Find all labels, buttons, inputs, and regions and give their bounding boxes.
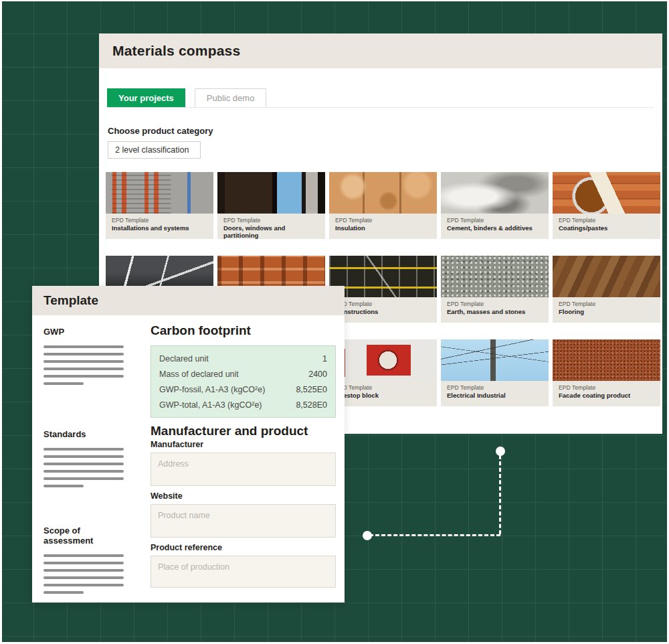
electrical-photo: [441, 339, 549, 381]
installations-photo: [106, 172, 213, 214]
row-value: 2400: [308, 370, 327, 379]
gwp-heading: GWP: [43, 327, 130, 337]
card-earth-masses-stones[interactable]: EPD Template Earth, masses and stones: [441, 256, 549, 323]
product-reference-input[interactable]: [151, 556, 336, 588]
facade-photo: [553, 339, 660, 381]
card-facade-coating-product[interactable]: EPD Template Facade coating product: [553, 339, 660, 406]
window-header: Materials compass: [99, 33, 662, 68]
page-background: Materials compass Your projects Public d…: [0, 0, 669, 644]
scaffolding-photo: [329, 256, 437, 297]
row-label: GWP-fossil, A1-A3 (kgCO²e): [159, 385, 265, 394]
table-row: GWP-fossil, A1-A3 (kgCO²e) 8,525E0: [151, 382, 335, 397]
connector-line-vertical: [499, 455, 501, 534]
product-reference-field-label: Product reference: [151, 543, 222, 552]
tab-your-projects[interactable]: Your projects: [107, 88, 185, 107]
carbon-footprint-table: Declared unit 1 Mass of declared unit 24…: [151, 345, 336, 418]
tab-public-demo[interactable]: Public demo: [195, 88, 267, 107]
coatings-photo: [553, 172, 660, 214]
tab-bar: Your projects Public demo: [107, 88, 266, 107]
placeholder-line: [43, 463, 124, 465]
placeholder-line: [43, 591, 84, 594]
card-firestop-block[interactable]: EPD Template Firestop block: [329, 339, 437, 406]
row-label: Mass of declared unit: [159, 370, 239, 379]
placeholder-line: [43, 375, 124, 378]
placeholder-line: [43, 455, 124, 458]
epd-template-label: EPD Template: [335, 301, 431, 307]
row-value: 1: [322, 354, 327, 364]
placeholder-line: [43, 353, 124, 355]
placeholder-line: [43, 584, 124, 586]
tab-divider: [107, 107, 654, 108]
card-category-label: Facade coating product: [559, 392, 654, 400]
card-category-label: Cement, binders & additives: [447, 225, 543, 232]
firestop-photo: [329, 339, 437, 381]
page-title: Materials compass: [112, 43, 240, 59]
card-category-label: Electrical Industrial: [447, 392, 543, 400]
card-category-label: Flooring: [559, 309, 654, 316]
row-label: Declared unit: [159, 354, 209, 364]
connector-dot-start: [363, 531, 372, 540]
placeholder-line: [43, 576, 124, 579]
card-flooring[interactable]: EPD Template Flooring: [553, 256, 660, 323]
card-doors-windows-partitioning[interactable]: EPD Template Doors, windows and partitio…: [217, 172, 325, 239]
card-category-label: Insulation: [335, 225, 431, 232]
template-card-title: Template: [43, 293, 98, 308]
row-value: 8,528E0: [296, 400, 327, 410]
placeholder-line: [43, 562, 124, 564]
epd-template-label: EPD Template: [559, 384, 654, 391]
card-constructions[interactable]: EPD Template Constructions: [329, 256, 437, 323]
card-category-label: Installations and systems: [112, 225, 207, 232]
template-detail-card: Template GWP Standards Scope of assessme…: [32, 286, 345, 602]
manufacturer-input[interactable]: [151, 453, 336, 486]
section-scope-of-assessment: Scope of assessment: [43, 526, 130, 598]
flooring-photo: [553, 256, 660, 297]
manufacturer-product-heading: Manufacturer and product: [151, 424, 308, 438]
insulation-photo: [329, 172, 437, 214]
card-electrical-industrial[interactable]: EPD Template Electrical Industrial: [441, 339, 549, 406]
card-category-label: Earth, masses and stones: [447, 309, 543, 316]
placeholder-line: [43, 448, 124, 451]
gravel-photo: [441, 256, 549, 297]
section-standards: Standards: [43, 429, 130, 492]
scope-heading: Scope of assessment: [43, 526, 130, 546]
card-category-label: Coatings/pastes: [559, 225, 654, 232]
epd-template-label: EPD Template: [447, 384, 543, 391]
epd-template-label: EPD Template: [112, 217, 207, 224]
placeholder-line: [43, 382, 84, 385]
placeholder-line: [43, 470, 124, 473]
section-gwp: GWP: [43, 327, 130, 390]
template-card-header: Template: [32, 286, 345, 315]
carbon-footprint-heading: Carbon footprint: [151, 323, 251, 338]
website-input[interactable]: [151, 504, 336, 538]
placeholder-line: [43, 485, 84, 487]
epd-template-label: EPD Template: [559, 301, 654, 307]
epd-template-label: EPD Template: [335, 384, 431, 391]
doors-photo: [217, 172, 325, 214]
manufacturer-field-label: Manufacturer: [151, 440, 203, 449]
row-value: 8,525E0: [296, 385, 327, 394]
table-row: Mass of declared unit 2400: [151, 366, 335, 382]
website-field-label: Website: [151, 491, 183, 501]
card-insulation[interactable]: EPD Template Insulation: [329, 172, 437, 239]
placeholder-line: [43, 554, 124, 557]
placeholder-line: [43, 345, 124, 348]
card-category-label: Firestop block: [335, 392, 431, 400]
epd-template-label: EPD Template: [223, 217, 319, 224]
card-coatings-pastes[interactable]: EPD Template Coatings/pastes: [553, 172, 660, 239]
epd-template-label: EPD Template: [447, 217, 543, 224]
placeholder-line: [43, 368, 124, 370]
category-select[interactable]: 2 level classification: [108, 141, 201, 159]
standards-heading: Standards: [43, 429, 130, 439]
placeholder-line: [43, 569, 124, 572]
epd-template-label: EPD Template: [559, 217, 654, 224]
placeholder-line: [43, 477, 124, 480]
card-cement-binders-additives[interactable]: EPD Template Cement, binders & additives: [441, 172, 549, 239]
cement-photo: [441, 172, 549, 214]
card-category-label: Doors, windows and partitioning: [223, 225, 319, 240]
card-installations-and-systems[interactable]: EPD Template Installations and systems: [106, 172, 213, 239]
table-row: GWP-total, A1-A3 (kgCO²e) 8,528E0: [151, 397, 335, 412]
connector-dot-end: [496, 447, 505, 456]
epd-template-label: EPD Template: [335, 217, 431, 224]
row-label: GWP-total, A1-A3 (kgCO²e): [159, 400, 262, 410]
category-label: Choose product category: [108, 126, 213, 136]
